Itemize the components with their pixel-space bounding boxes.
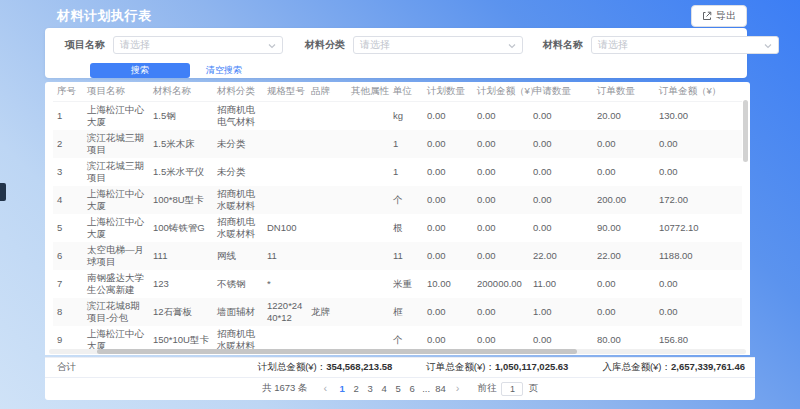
- table-cell: 100*8U型卡: [149, 186, 213, 214]
- table-cell: 0.00: [423, 186, 473, 214]
- table-row[interactable]: 7南钢盛达大学生公寓新建123不锈钢*米重10.00200000.0011.00…: [53, 270, 742, 298]
- table-cell: 未分类: [213, 130, 263, 158]
- table-cell: 7: [53, 270, 83, 298]
- page-button[interactable]: 6: [405, 383, 419, 394]
- table-cell: 0.00: [473, 102, 529, 131]
- table-cell: 0.00: [655, 158, 742, 186]
- table-cell: 0.00: [473, 214, 529, 242]
- table-cell: 200.00: [593, 186, 655, 214]
- inbound-total-amount: 入库总金额(¥)：2,657,339,761.46: [602, 361, 745, 374]
- table-cell: 0.00: [473, 298, 529, 326]
- table-cell: 个: [389, 186, 423, 214]
- planned-total-amount: 计划总金额(¥)：354,568,213.58: [258, 361, 393, 374]
- table-cell: 0.00: [423, 130, 473, 158]
- table-cell: 不锈钢: [213, 270, 263, 298]
- table-cell: [347, 102, 389, 131]
- table-cell: 南钢盛达大学生公寓新建: [83, 270, 149, 298]
- table-cell: 1188.00: [655, 242, 742, 270]
- table-cell: [307, 214, 347, 242]
- filter-panel: 项目名称 请选择 材料分类 请选择 材料名称 请选择: [45, 28, 747, 78]
- table-cell: DN100: [263, 214, 307, 242]
- table-cell: 框: [389, 298, 423, 326]
- search-button[interactable]: 搜索: [90, 63, 190, 78]
- table-cell: [347, 186, 389, 214]
- table-cell: 0.00: [529, 158, 593, 186]
- project-name-placeholder: 请选择: [120, 38, 150, 52]
- prev-page-button[interactable]: ‹: [320, 383, 332, 394]
- page-button[interactable]: 2: [349, 383, 363, 394]
- table-cell: [263, 186, 307, 214]
- table-cell: [347, 242, 389, 270]
- table-cell: 0.00: [473, 158, 529, 186]
- sidebar-collapse-handle[interactable]: [0, 183, 6, 201]
- table-header-row: 序号项目名称材料名称材料分类规格型号品牌其他属性单位计划数量计划金额（¥）申请数…: [53, 82, 742, 102]
- material-name-label: 材料名称: [543, 38, 583, 52]
- column-header: 品牌: [307, 82, 347, 102]
- table-cell: 1.5米水平仪: [149, 158, 213, 186]
- goto-suffix: 页: [528, 382, 538, 395]
- table-cell: 网线: [213, 242, 263, 270]
- clear-search-link[interactable]: 清空搜索: [206, 64, 242, 77]
- table-cell: 1.5钢: [149, 102, 213, 131]
- vertical-scrollbar[interactable]: [743, 100, 748, 162]
- page-button[interactable]: 1: [335, 383, 349, 394]
- table-cell: 1: [53, 102, 83, 131]
- page-button[interactable]: 84: [433, 383, 448, 394]
- table-cell: 22.00: [529, 242, 593, 270]
- table-cell: 0.00: [423, 242, 473, 270]
- table-row[interactable]: 8滨江花城8期项目-分包12石膏板墙面辅材1220*2440*12龙牌框0.00…: [53, 298, 742, 326]
- export-button[interactable]: 导出: [691, 5, 747, 27]
- material-category-select[interactable]: 请选择: [353, 36, 523, 54]
- column-header: 其他属性: [347, 82, 389, 102]
- table-row[interactable]: 4上海松江中心大厦100*8U型卡招商机电水暖材料个0.000.000.0020…: [53, 186, 742, 214]
- column-header: 项目名称: [83, 82, 149, 102]
- table-cell: 11: [389, 242, 423, 270]
- horizontal-scrollbar[interactable]: [97, 349, 577, 354]
- table-cell: 10772.10: [655, 214, 742, 242]
- table-cell: 滨江花城三期项目: [83, 130, 149, 158]
- page-button[interactable]: 3: [363, 383, 377, 394]
- page-button[interactable]: 4: [377, 383, 391, 394]
- table-cell: 2: [53, 130, 83, 158]
- table-cell: 0.00: [593, 270, 655, 298]
- column-header: 计划数量: [423, 82, 473, 102]
- table-row[interactable]: 5上海松江中心大厦100铸铁管G招商机电水暖材料DN100根0.000.000.…: [53, 214, 742, 242]
- page-ellipsis: ...: [419, 383, 433, 394]
- summary-items: 计划总金额(¥)：354,568,213.58 订单总金额(¥)：1,050,1…: [258, 361, 745, 374]
- next-page-button[interactable]: ›: [452, 383, 464, 394]
- column-header: 计划金额（¥）: [473, 82, 529, 102]
- table-cell: [347, 270, 389, 298]
- table-cell: 0.00: [423, 102, 473, 131]
- table-cell: 0.00: [423, 298, 473, 326]
- table-row[interactable]: 6太空电梯—月球项目111网线11110.000.0022.0022.00118…: [53, 242, 742, 270]
- table-cell: *: [263, 270, 307, 298]
- table-cell: 0.00: [655, 130, 742, 158]
- table-cell: [347, 214, 389, 242]
- goto-page-input[interactable]: [501, 382, 523, 396]
- order-total-amount: 订单总金额(¥)：1,050,117,025.63: [426, 361, 568, 374]
- column-header: 材料名称: [149, 82, 213, 102]
- page-title: 材料计划执行表: [57, 7, 152, 25]
- table-cell: 0.00: [593, 298, 655, 326]
- goto-page-group: 前往 页: [477, 382, 538, 396]
- column-header: 订单金额（¥）: [655, 82, 742, 102]
- material-name-select[interactable]: 请选择: [591, 36, 779, 54]
- page-button[interactable]: 5: [391, 383, 405, 394]
- table-row[interactable]: 2滨江花城三期项目1.5米木床未分类10.000.000.000.000.00: [53, 130, 742, 158]
- chevron-down-icon: [764, 36, 772, 54]
- table-cell: 0.00: [593, 130, 655, 158]
- table-cell: 5: [53, 214, 83, 242]
- table-cell: [347, 130, 389, 158]
- summary-total-label: 合计: [57, 361, 76, 374]
- pagination-total: 共 1673 条: [262, 382, 307, 395]
- table-row[interactable]: 3滨江花城三期项目1.5米水平仪未分类10.000.000.000.000.00: [53, 158, 742, 186]
- table-cell: 0.00: [473, 186, 529, 214]
- page-number-list: 123456...84: [335, 383, 448, 394]
- table-cell: [307, 102, 347, 131]
- table-cell: [307, 270, 347, 298]
- project-name-select[interactable]: 请选择: [113, 36, 283, 54]
- data-table-card: 序号项目名称材料名称材料分类规格型号品牌其他属性单位计划数量计划金额（¥）申请数…: [45, 82, 750, 355]
- column-header: 序号: [53, 82, 83, 102]
- table-row[interactable]: 1上海松江中心大厦1.5钢招商机电电气材料kg0.000.000.0020.00…: [53, 102, 742, 131]
- table-cell: 招商机电水暖材料: [213, 186, 263, 214]
